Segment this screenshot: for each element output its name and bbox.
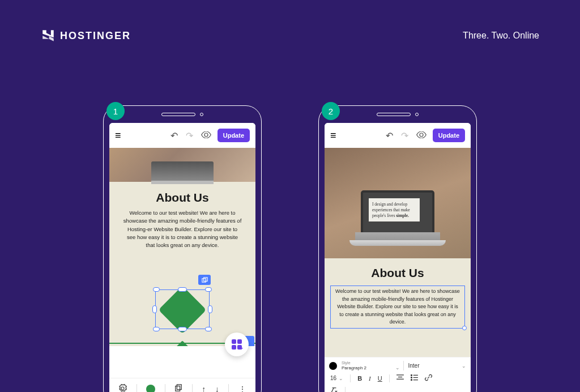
body-text[interactable]: Welcome to our test website! We are here… [109, 204, 255, 249]
brand-text: HOSTINGER [60, 30, 131, 42]
link-icon[interactable] [425, 374, 432, 382]
underline-button[interactable]: U [378, 375, 382, 382]
resize-handle[interactable] [178, 327, 187, 331]
add-element-button[interactable] [225, 333, 249, 356]
resize-handle[interactable] [153, 327, 160, 331]
more-icon[interactable]: ⋮ [238, 385, 246, 393]
clear-format-icon[interactable] [330, 387, 338, 392]
heading-about-us[interactable]: About Us [325, 266, 471, 280]
editor-topbar: ≡ ↶ ↷ Update [325, 123, 471, 148]
step-badge-1: 1 [106, 102, 125, 120]
hero-image[interactable] [109, 148, 255, 182]
resize-handle[interactable] [205, 327, 212, 331]
redo-icon[interactable]: ↷ [399, 130, 410, 141]
resize-handle[interactable] [462, 326, 467, 330]
redo-icon[interactable]: ↷ [184, 130, 195, 141]
editor-topbar: ≡ ↶ ↷ Update [109, 123, 255, 148]
chevron-down-icon: ⌄ [395, 365, 400, 370]
laptop-graphic [151, 161, 214, 184]
bold-button[interactable]: B [357, 375, 362, 382]
italic-button[interactable]: I [369, 375, 371, 382]
copy-icon[interactable] [174, 384, 182, 392]
undo-icon[interactable]: ↶ [169, 130, 180, 141]
selected-text-block[interactable]: Welcome to our test website! We are here… [330, 286, 465, 329]
settings-icon[interactable] [118, 384, 127, 393]
svg-point-11 [411, 380, 412, 381]
phone-screen: ≡ ↶ ↷ Update About Us Welcome to our tes… [109, 123, 255, 392]
selected-diamond-shape[interactable] [155, 289, 210, 329]
step-badge-2: 2 [322, 102, 340, 120]
selection-outline [155, 289, 210, 329]
update-button[interactable]: Update [433, 129, 465, 142]
preview-icon[interactable] [415, 130, 428, 140]
align-icon[interactable] [396, 374, 404, 382]
logo-mark-icon [41, 28, 56, 43]
resize-handle[interactable] [178, 287, 187, 292]
font-select[interactable]: Inter ⌄ [408, 363, 467, 369]
shape-toolbar: ↑ ↓ ⋮ [109, 378, 255, 392]
phone-2: 2 ≡ ↶ ↷ Update [318, 105, 477, 392]
resize-handle[interactable] [152, 305, 157, 313]
svg-point-7 [411, 374, 412, 376]
menu-icon[interactable]: ≡ [115, 130, 121, 142]
phone-1: 1 ≡ ↶ ↷ Update [103, 105, 262, 392]
editor-canvas[interactable]: About Us Welcome to our test website! We… [109, 148, 255, 378]
menu-icon[interactable]: ≡ [330, 130, 336, 142]
chevron-down-icon: ⌄ [462, 363, 466, 369]
page-header: HOSTINGER Three. Two. Online [41, 28, 539, 43]
move-up-icon[interactable]: ↑ [202, 385, 206, 393]
resize-handle[interactable] [153, 287, 160, 292]
svg-line-13 [331, 388, 334, 392]
move-down-icon[interactable]: ↓ [215, 385, 219, 393]
font-size-select[interactable]: 16⌄ [330, 375, 343, 381]
preview-icon[interactable] [199, 130, 213, 140]
editor-canvas[interactable]: I design and develop experiences that ma… [325, 148, 471, 357]
list-icon[interactable] [411, 374, 418, 382]
tagline: Three. Two. Online [463, 31, 539, 41]
style-select[interactable]: Style Paragraph 2⌄ [342, 361, 404, 370]
phone-screen: ≡ ↶ ↷ Update I design and develo [325, 123, 471, 392]
text-toolbar: Style Paragraph 2⌄ Inter ⌄ 16⌄ B I U [325, 357, 471, 392]
laptop-screen-text: I design and develop experiences that ma… [369, 198, 420, 221]
phone-frame: ≡ ↶ ↷ Update About Us Welcome to our tes… [103, 105, 262, 392]
chevron-down-icon: ⌄ [339, 376, 343, 381]
hostinger-logo: HOSTINGER [41, 28, 131, 43]
text-color-swatch[interactable] [329, 362, 337, 370]
svg-rect-2 [176, 386, 180, 391]
heading-about-us[interactable]: About Us [109, 191, 255, 204]
phone-frame: ≡ ↶ ↷ Update I design and develo [318, 105, 477, 392]
duplicate-badge-icon[interactable] [198, 275, 211, 285]
laptop-graphic: I design and develop experiences that ma… [349, 190, 446, 246]
svg-point-9 [411, 377, 412, 378]
resize-handle[interactable] [208, 305, 212, 313]
phones-row: 1 ≡ ↶ ↷ Update [0, 105, 580, 392]
undo-icon[interactable]: ↶ [384, 130, 395, 141]
phone-speaker [161, 113, 203, 116]
svg-rect-3 [177, 385, 182, 390]
shape-color-swatch[interactable] [146, 385, 155, 393]
hero-image[interactable]: I design and develop experiences that ma… [325, 148, 471, 258]
update-button[interactable]: Update [218, 129, 250, 142]
phone-speaker [377, 113, 419, 116]
body-text[interactable]: Welcome to our test website! We are here… [335, 288, 460, 326]
resize-handle[interactable] [205, 287, 212, 292]
grid-plus-icon [232, 339, 242, 350]
